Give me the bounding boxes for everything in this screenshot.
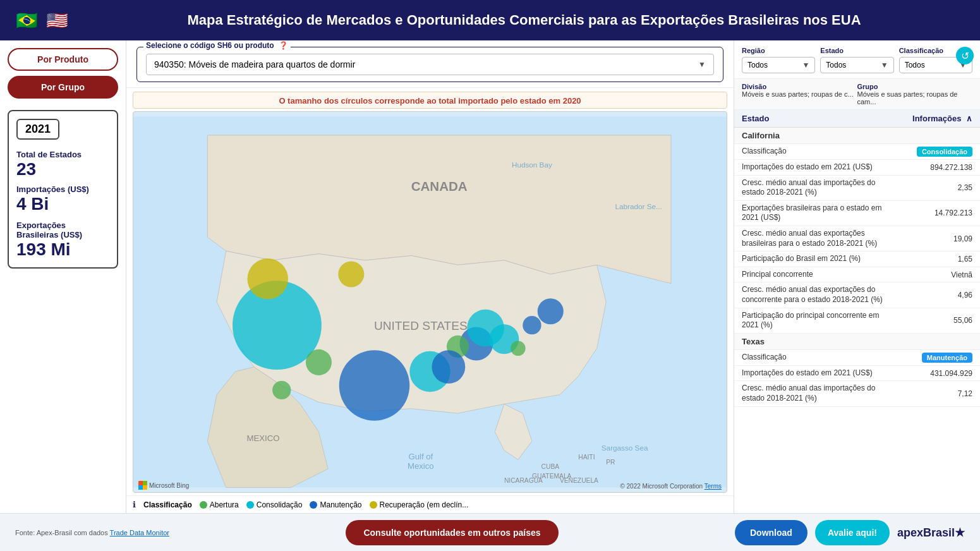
table-row: Participação do Brasil em 2021 (%) 1,65	[734, 251, 980, 267]
download-button[interactable]: Download	[735, 520, 808, 545]
consolidacao-label: Consolidação	[257, 500, 303, 509]
flags: 🇧🇷 🇺🇸	[13, 6, 71, 34]
header: 🇧🇷 🇺🇸 Mapa Estratégico de Mercados e Opo…	[0, 0, 980, 40]
svg-point-20	[272, 381, 291, 399]
stats-box: 2021 Total de Estados 23 Importações (US…	[8, 110, 118, 269]
svg-text:MEXICO: MEXICO	[246, 433, 279, 443]
chevron-down-icon: ▼	[698, 60, 706, 69]
importacoes-label: Importações (US$)	[16, 185, 109, 194]
divisao-label: Divisão	[742, 83, 857, 90]
svg-text:NICARAGUA: NICARAGUA	[504, 477, 543, 484]
legend-abertura: Abertura	[200, 500, 239, 509]
brazil-flag: 🇧🇷	[13, 6, 40, 34]
product-select-value: 940350: Móveis de madeira para quartos d…	[154, 59, 355, 70]
total-estados-value: 23	[16, 159, 109, 179]
svg-point-21	[247, 258, 288, 300]
svg-rect-31	[143, 481, 147, 485]
legend-consolidacao: Consolidação	[246, 500, 303, 509]
table-header: Estado Informações ∧	[734, 110, 980, 128]
svg-text:HAITI: HAITI	[578, 454, 595, 461]
grupo-label: Grupo	[857, 83, 973, 90]
sort-icon[interactable]: ∧	[966, 114, 972, 123]
california-header: California	[734, 128, 980, 144]
table-row: Importações do estado em 2021 (US$) 894.…	[734, 160, 980, 176]
right-panel: ↺ Região Todos ▼ Estado Todos ▼ Classifi…	[734, 40, 980, 513]
table-row: Principal concorrente Vietnã	[734, 267, 980, 283]
svg-text:VENEZUELA: VENEZUELA	[560, 477, 598, 484]
table-row: Cresc. médio anual das exportações do co…	[734, 282, 980, 308]
abertura-dot	[200, 501, 207, 509]
divisao-col: Divisão Móveis e suas partes; roupas de …	[742, 83, 857, 106]
por-produto-button[interactable]: Por Produto	[8, 48, 118, 71]
product-selector-section: Selecione o código SH6 ou produto ❓ 9403…	[126, 40, 734, 88]
center-panel: Selecione o código SH6 ou produto ❓ 9403…	[126, 40, 734, 513]
main-content: Por Produto Por Grupo 2021 Total de Esta…	[0, 40, 980, 513]
legend-recuperacao: Recuperação (em declín...	[370, 500, 469, 509]
exportacoes-value: 193 Mi	[16, 239, 109, 260]
divisao-value: Móveis e suas partes; roupas de c...	[742, 90, 857, 98]
svg-rect-33	[143, 485, 147, 490]
map-svg: Gulf of Mexico CANADA UNITED STATES MEXI…	[133, 112, 727, 492]
svg-point-16	[339, 350, 410, 421]
grupo-col: Grupo Móveis e suas partes; roupas de ca…	[857, 83, 973, 106]
th-info: Informações ∧	[890, 114, 972, 123]
info-icon: ℹ	[133, 500, 136, 509]
product-selector-legend: Selecione o código SH6 ou produto ❓	[143, 41, 291, 50]
regiao-filter: Região Todos ▼	[742, 47, 815, 73]
estado-label: Estado	[820, 47, 893, 54]
svg-text:CANADA: CANADA	[411, 179, 468, 193]
grupo-value: Móveis e suas partes; roupas de cam...	[857, 90, 973, 106]
table-row: Importações do estado em 2021 (US$) 431.…	[734, 366, 980, 382]
footer-right: Download Avalie aqui! apexBrasil★	[735, 520, 965, 545]
manutencao-dot	[310, 501, 317, 509]
consolidacao-badge: Consolidação	[917, 147, 972, 157]
avalie-button[interactable]: Avalie aqui!	[815, 520, 890, 545]
help-icon: ❓	[279, 41, 288, 50]
regiao-label: Região	[742, 47, 815, 54]
abertura-label: Abertura	[210, 500, 239, 509]
svg-text:Gulf of: Gulf of	[408, 452, 433, 461]
table-body: California Classificação Consolidação Im…	[734, 128, 980, 513]
page-title: Mapa Estratégico de Mercados e Oportunid…	[81, 12, 967, 28]
footer-source: Fonte: Apex-Brasil com dados Trade Data …	[15, 529, 169, 536]
filters-row: Região Todos ▼ Estado Todos ▼ Classifica…	[734, 40, 980, 79]
texas-header: Texas	[734, 334, 980, 350]
table-row: Exportações brasileiras para o estado em…	[734, 201, 980, 226]
table-row: Classificação Consolidação	[734, 144, 980, 160]
table-row: Cresc. médio anual das importações do es…	[734, 381, 980, 406]
svg-text:Mexico: Mexico	[408, 461, 434, 471]
regiao-select[interactable]: Todos ▼	[742, 57, 815, 73]
total-estados-label: Total de Estados	[16, 150, 109, 159]
estado-chevron: ▼	[881, 61, 888, 70]
bing-logo: Microsoft Bing	[138, 481, 189, 490]
table-row: Cresc. médio anual das importações do es…	[734, 176, 980, 201]
svg-text:PR: PR	[606, 459, 615, 466]
estado-select[interactable]: Todos ▼	[820, 57, 893, 73]
manutencao-label: Manutenção	[320, 500, 361, 509]
map-subtitle: O tamanho dos círculos corresponde ao to…	[133, 92, 727, 109]
recuperacao-label: Recuperação (em declín...	[380, 500, 469, 509]
por-grupo-button[interactable]: Por Grupo	[8, 76, 118, 99]
apex-brasil-logo: apexBrasil★	[897, 526, 965, 540]
svg-point-22	[338, 261, 364, 287]
consulte-button[interactable]: Consulte oportunidades em outros países	[346, 520, 558, 545]
svg-point-24	[523, 316, 541, 334]
table-row: Cresc. médio anual das exportações brasi…	[734, 226, 980, 251]
refresh-button[interactable]: ↺	[956, 47, 974, 64]
exportacoes-label: Exportações Brasileiras (US$)	[16, 221, 109, 239]
usa-flag: 🇺🇸	[43, 6, 71, 34]
th-estado: Estado	[742, 114, 890, 123]
legend-classificacao-label: Classificação	[143, 500, 192, 509]
svg-rect-32	[138, 485, 143, 490]
footer-center: Consulte oportunidades em outros países	[179, 520, 725, 545]
trade-data-monitor-link[interactable]: Trade Data Monitor	[110, 529, 169, 536]
product-select-dropdown[interactable]: 940350: Móveis de madeira para quartos d…	[146, 54, 714, 75]
estado-filter: Estado Todos ▼	[820, 47, 893, 73]
importacoes-value: 4 Bi	[16, 194, 109, 214]
legend-manutencao: Manutenção	[310, 500, 361, 509]
svg-point-26	[467, 310, 504, 347]
consolidacao-dot	[246, 501, 254, 509]
svg-point-29	[432, 350, 465, 384]
svg-point-25	[511, 341, 525, 356]
terms-link[interactable]: Terms	[705, 483, 722, 490]
